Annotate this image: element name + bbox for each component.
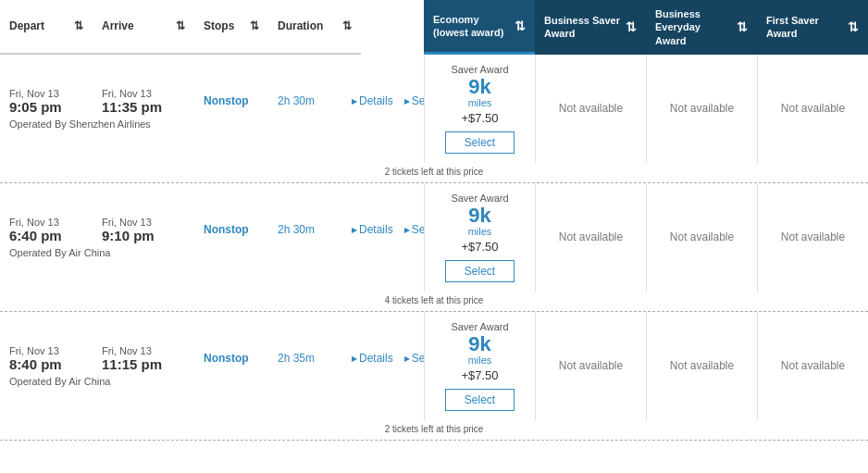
flight-2-biz-saver-cell: Not available bbox=[535, 312, 646, 420]
flight-0-biz-every-na: Not available bbox=[670, 102, 734, 115]
flight-1-miles-label: miles bbox=[468, 226, 492, 237]
flight-1-economy-cell: Saver Award 9k miles +$7.50 Select bbox=[424, 183, 535, 292]
flight-0-depart: Fri, Nov 13 9:05 pm bbox=[9, 88, 102, 115]
flight-1-depart-date: Fri, Nov 13 bbox=[9, 217, 102, 228]
flight-1-depart: Fri, Nov 13 6:40 pm bbox=[9, 217, 102, 243]
flight-1-left: Fri, Nov 13 6:40 pm Fri, Nov 13 9:10 pm … bbox=[0, 183, 424, 292]
stops-sort-icon: ⇅ bbox=[250, 19, 259, 32]
economy-header-line1: Economy bbox=[433, 13, 503, 26]
duration-sort-icon: ⇅ bbox=[342, 19, 352, 32]
arrive-header[interactable]: Arrive ⇅ bbox=[93, 0, 194, 55]
flight-1-main: Fri, Nov 13 6:40 pm Fri, Nov 13 9:10 pm … bbox=[0, 183, 868, 292]
flight-0-first-saver-cell: Not available bbox=[757, 55, 868, 163]
flight-2-first-saver-cell: Not available bbox=[757, 312, 868, 420]
flight-2-depart-time: 8:40 pm bbox=[9, 356, 102, 372]
biz-every-line1: Business bbox=[655, 7, 733, 20]
duration-header[interactable]: Duration ⇅ bbox=[268, 0, 361, 55]
economy-sort-icon: ⇅ bbox=[515, 18, 526, 34]
flight-2-tickets-left: 2 tickets left at this price bbox=[0, 420, 868, 440]
economy-header-line2: (lowest award) bbox=[433, 26, 503, 39]
economy-header[interactable]: Economy (lowest award) ⇅ bbox=[424, 0, 535, 55]
arrive-header-label: Arrive bbox=[102, 19, 134, 32]
flight-0-arrive-date: Fri, Nov 13 bbox=[102, 88, 204, 99]
flight-0-operated: Operated By Shenzhen Airlines bbox=[9, 118, 415, 130]
flight-0-biz-every-cell: Not available bbox=[646, 55, 757, 163]
flight-row-0: Fri, Nov 13 9:05 pm Fri, Nov 13 11:35 pm… bbox=[0, 55, 868, 183]
flight-2-tax: +$7.50 bbox=[461, 368, 498, 382]
flight-0-miles: 9k bbox=[468, 77, 490, 97]
flight-1-award-type: Saver Award bbox=[451, 193, 508, 204]
flight-row-1: Fri, Nov 13 6:40 pm Fri, Nov 13 9:10 pm … bbox=[0, 183, 868, 312]
flight-0-first-saver-na: Not available bbox=[781, 102, 845, 115]
flight-0-depart-date: Fri, Nov 13 bbox=[9, 88, 102, 99]
duration-header-label: Duration bbox=[278, 19, 323, 32]
flight-2-select-button[interactable]: Select bbox=[445, 389, 515, 411]
flight-2-arrive-time: 11:15 pm bbox=[102, 356, 204, 372]
flight-2-duration: 2h 35m bbox=[278, 352, 352, 365]
flight-1-biz-saver-na: Not available bbox=[559, 230, 623, 243]
flight-0-left: Fri, Nov 13 9:05 pm Fri, Nov 13 11:35 pm… bbox=[0, 55, 424, 163]
flight-2-miles-label: miles bbox=[468, 355, 492, 366]
flight-2-stops: Nonstop bbox=[204, 352, 278, 365]
flight-results-table: Depart ⇅ Arrive ⇅ Stops ⇅ Duration ⇅ Eco… bbox=[0, 0, 868, 441]
flight-0-main: Fri, Nov 13 9:05 pm Fri, Nov 13 11:35 pm… bbox=[0, 55, 868, 163]
flight-0-duration: 2h 30m bbox=[278, 94, 352, 107]
flight-1-right: Saver Award 9k miles +$7.50 Select Not a… bbox=[424, 183, 868, 292]
flight-1-select-button[interactable]: Select bbox=[445, 260, 515, 282]
flight-1-biz-saver-cell: Not available bbox=[535, 183, 646, 292]
depart-header-label: Depart bbox=[9, 19, 44, 32]
flight-1-stops: Nonstop bbox=[204, 223, 278, 236]
depart-sort-icon: ⇅ bbox=[74, 19, 83, 32]
flight-1-duration: 2h 30m bbox=[278, 223, 352, 236]
arrive-sort-icon: ⇅ bbox=[176, 19, 185, 32]
flight-1-arrive: Fri, Nov 13 9:10 pm bbox=[102, 217, 204, 243]
flight-2-arrive: Fri, Nov 13 11:15 pm bbox=[102, 345, 204, 372]
flight-1-first-saver-cell: Not available bbox=[757, 183, 868, 292]
flight-0-arrive-time: 11:35 pm bbox=[102, 99, 204, 115]
flight-2-right: Saver Award 9k miles +$7.50 Select Not a… bbox=[424, 312, 868, 420]
flight-2-first-saver-na: Not available bbox=[781, 359, 845, 372]
biz-every-line2: Everyday Award bbox=[655, 20, 733, 47]
flight-1-miles: 9k bbox=[468, 205, 490, 226]
flight-0-stops: Nonstop bbox=[204, 94, 278, 107]
flight-1-operated: Operated By Air China bbox=[9, 247, 415, 258]
stops-header[interactable]: Stops ⇅ bbox=[194, 0, 268, 55]
flight-0-award-type: Saver Award bbox=[451, 64, 508, 75]
first-saver-line1: First Saver Award bbox=[766, 14, 844, 41]
flight-1-first-saver-na: Not available bbox=[781, 230, 845, 243]
first-saver-sort-icon: ⇅ bbox=[848, 19, 859, 35]
flight-2-arrive-date: Fri, Nov 13 bbox=[102, 345, 204, 356]
flight-2-left: Fri, Nov 13 8:40 pm Fri, Nov 13 11:15 pm… bbox=[0, 312, 424, 420]
flight-1-biz-every-na: Not available bbox=[670, 230, 734, 243]
award-headers: Economy (lowest award) ⇅ Business Saver … bbox=[424, 0, 868, 55]
flight-0-biz-saver-na: Not available bbox=[559, 102, 623, 115]
flight-1-tickets-left: 4 tickets left at this price bbox=[0, 292, 868, 311]
biz-every-sort-icon: ⇅ bbox=[737, 19, 748, 35]
flight-2-depart-date: Fri, Nov 13 bbox=[9, 345, 102, 356]
flight-1-arrive-time: 9:10 pm bbox=[102, 228, 204, 243]
flight-0-details-link[interactable]: Details bbox=[352, 94, 393, 107]
stops-header-label: Stops bbox=[204, 19, 234, 32]
flight-1-details-link[interactable]: Details bbox=[352, 223, 393, 236]
flight-2-details-link[interactable]: Details bbox=[352, 352, 393, 365]
biz-every-header[interactable]: Business Everyday Award ⇅ bbox=[646, 0, 757, 55]
first-saver-header[interactable]: First Saver Award ⇅ bbox=[757, 0, 868, 55]
depart-header[interactable]: Depart ⇅ bbox=[0, 0, 93, 55]
biz-saver-line1: Business Saver bbox=[544, 14, 620, 27]
flight-0-select-button[interactable]: Select bbox=[445, 131, 515, 154]
flight-1-arrive-date: Fri, Nov 13 bbox=[102, 217, 204, 228]
flight-0-arrive: Fri, Nov 13 11:35 pm bbox=[102, 88, 204, 115]
flight-2-main: Fri, Nov 13 8:40 pm Fri, Nov 13 11:15 pm… bbox=[0, 312, 868, 420]
biz-saver-header[interactable]: Business Saver Award ⇅ bbox=[535, 0, 646, 55]
flight-2-biz-saver-na: Not available bbox=[559, 359, 623, 372]
flight-0-right: Saver Award 9k miles +$7.50 Select Not a… bbox=[424, 55, 868, 163]
flight-1-depart-time: 6:40 pm bbox=[9, 228, 102, 243]
table-header: Depart ⇅ Arrive ⇅ Stops ⇅ Duration ⇅ Eco… bbox=[0, 0, 868, 55]
biz-saver-sort-icon: ⇅ bbox=[626, 19, 637, 35]
flight-0-biz-saver-cell: Not available bbox=[535, 55, 646, 163]
flight-1-tax: +$7.50 bbox=[461, 240, 498, 254]
flight-2-biz-every-na: Not available bbox=[670, 359, 734, 372]
flight-1-biz-every-cell: Not available bbox=[646, 183, 757, 292]
flight-2-depart: Fri, Nov 13 8:40 pm bbox=[9, 345, 102, 372]
flight-row-2: Fri, Nov 13 8:40 pm Fri, Nov 13 11:15 pm… bbox=[0, 312, 868, 441]
